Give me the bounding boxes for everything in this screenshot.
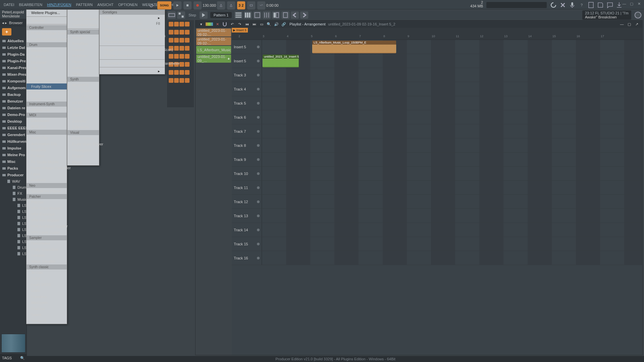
menu-item[interactable]: Fruity Keyboard Controller <box>26 36 67 42</box>
menu-item[interactable]: Wave Traveller <box>26 258 67 264</box>
menu-item[interactable]: FL Keys <box>26 153 67 159</box>
track-lane[interactable] <box>262 167 642 180</box>
tree-item[interactable]: Misc <box>0 158 26 165</box>
step-mode-icon[interactable] <box>177 11 185 19</box>
menu-item[interactable]: Zebralette <box>67 124 99 130</box>
pl-zoom-icon[interactable]: 🔍 <box>266 21 272 27</box>
menu-item[interactable]: Harmless <box>26 294 67 300</box>
menu-item[interactable]: Plucked! <box>67 65 99 71</box>
redo-toolbar-icon[interactable] <box>300 11 308 19</box>
pl-speaker-icon[interactable]: 🔊 <box>273 21 279 27</box>
track-lane[interactable]: untitled_2023_16_Insert 5_2 <box>262 54 642 68</box>
menu-item[interactable]: Plugin Picker anzeigenF8 <box>100 21 165 27</box>
track-lane[interactable] <box>262 68 642 82</box>
menu-item[interactable]: FL Studio Mobile <box>26 159 67 165</box>
tree-item[interactable]: Desktop <box>0 118 26 125</box>
clip-picker-item[interactable]: untitled_2023-01-09 02-... <box>196 37 231 45</box>
menu-item[interactable]: DirectWave <box>26 240 67 246</box>
wave-icon[interactable] <box>257 1 265 9</box>
menu-item[interactable]: PoiZone <box>26 306 67 312</box>
track-header[interactable]: Track 9 <box>232 153 262 166</box>
menu-bearbeiten[interactable]: BEARBEITEN <box>17 3 45 7</box>
track-row[interactable]: Track 12 <box>232 195 642 209</box>
playlist-icon[interactable] <box>234 11 243 19</box>
track-header[interactable]: Track 15 <box>232 237 262 251</box>
song-mode-button[interactable]: SONG <box>157 1 171 9</box>
mixer-icon[interactable] <box>263 11 271 19</box>
track-lane[interactable] <box>262 209 642 223</box>
menu-item[interactable]: Absynth 5 <box>67 82 99 88</box>
menu-item[interactable]: Audio Clip <box>26 135 67 141</box>
help-icon[interactable]: ? <box>578 1 585 9</box>
tree-item[interactable]: LS_ <box>0 245 26 251</box>
play-button[interactable] <box>173 1 181 9</box>
tree-item[interactable]: Meine Pro <box>0 152 26 158</box>
menu-item[interactable]: Ogun <box>26 89 67 96</box>
track-area[interactable]: ▶ Insert 5 234567891011121314151617 Inse… <box>232 28 642 355</box>
pl-redo-icon[interactable]: ↷ <box>236 21 243 27</box>
menu-item[interactable]: Fruity Voltage Controller <box>26 165 67 171</box>
tree-item[interactable]: LS_ <box>0 215 26 221</box>
tree-item[interactable]: Hüllkurven <box>0 138 26 145</box>
menu-item[interactable]: VFX Envelope <box>26 211 67 217</box>
tree-item[interactable]: WAV <box>0 178 26 184</box>
track-row[interactable]: Track 6 <box>232 110 642 124</box>
track-lane[interactable] <box>262 195 642 208</box>
track-row[interactable]: Track 7 <box>232 124 642 138</box>
menu-optionen[interactable]: OPTIONEN <box>116 3 140 7</box>
menu-item[interactable]: VFX Keyboard Splitter <box>26 223 67 229</box>
track-row[interactable]: Track 15 <box>232 237 642 251</box>
tree-item[interactable]: Plugin-Da <box>0 51 26 58</box>
menu-item[interactable]: Fruity DX10 <box>26 282 67 288</box>
snap-icon[interactable] <box>247 1 255 9</box>
time-display[interactable]: 0:00:00 <box>266 3 279 7</box>
track-header[interactable]: Track 14 <box>232 223 262 237</box>
menu-item[interactable]: Patcher <box>26 199 67 205</box>
step-fwd-icon[interactable] <box>200 11 208 19</box>
track-header[interactable]: Track 12 <box>232 195 262 208</box>
track-header[interactable]: Insert 5 <box>232 54 262 68</box>
menu-item[interactable]: Drumpad <box>26 59 67 65</box>
menu-item[interactable]: Drumaxx <box>26 53 67 59</box>
menu-item[interactable]: MiniSynth <box>26 300 67 306</box>
menu-item[interactable]: Plugin-Datenbank durchsuchen <box>100 27 165 33</box>
tree-item[interactable]: Producer <box>0 172 26 178</box>
menu-item[interactable]: Synth1 VSTi <box>67 106 99 112</box>
menu-item[interactable]: Einfach <box>67 153 99 159</box>
pl-minimize-icon[interactable]: — <box>619 21 625 27</box>
undo-toolbar-icon[interactable] <box>291 11 299 19</box>
menu-item[interactable]: Sawer <box>26 312 67 318</box>
chat-icon[interactable] <box>606 1 613 9</box>
track-lane[interactable] <box>262 138 642 152</box>
track-row[interactable]: Track 10 <box>232 167 642 181</box>
tree-item[interactable]: Mixer-Pres <box>0 71 26 78</box>
pl-skip-fwd-icon[interactable]: ⏭ <box>251 21 257 27</box>
track-header[interactable]: Track 3 <box>232 68 262 82</box>
track-row[interactable]: Insert 5untitled_2023_16_Insert 5_2 <box>232 54 642 68</box>
track-row[interactable]: Track 4 <box>232 82 642 96</box>
stop-button[interactable] <box>183 1 192 9</box>
pl-skip-back-icon[interactable]: ⏮ <box>244 21 250 27</box>
menu-item[interactable]: Pattern <box>100 68 165 74</box>
tree-item[interactable]: Kompositi <box>0 78 26 84</box>
audio-clip[interactable]: untitled_2023_16_Insert 5_2 <box>263 55 299 67</box>
menu-item[interactable]: • Kategorien <box>67 147 99 153</box>
track-header[interactable]: Track 16 <box>232 251 262 265</box>
track-header[interactable]: Track 10 <box>232 167 262 180</box>
track-lane[interactable] <box>262 223 642 237</box>
piano-roll-icon[interactable] <box>244 11 252 19</box>
menu-item[interactable]: BooBass <box>26 147 67 153</box>
tree-item[interactable]: LS_ <box>0 251 26 257</box>
menu-item[interactable]: VFX Key Mapper <box>26 217 67 223</box>
track-header[interactable]: Track 13 <box>232 209 262 223</box>
menu-item[interactable]: reFX Nexus <box>67 100 99 106</box>
clipboard-icon[interactable] <box>281 11 289 19</box>
track-lane[interactable] <box>262 153 642 166</box>
menu-item[interactable]: Ogun <box>67 59 99 65</box>
pattern-selector[interactable]: Pattern 1 <box>210 12 232 18</box>
menu-item[interactable]: Fruity Video Player <box>67 141 99 147</box>
tree-item[interactable]: LS_ <box>0 233 26 239</box>
track-row[interactable]: Track 5 <box>232 96 642 110</box>
menu-item[interactable]: GMS <box>26 288 67 294</box>
add-menu-column2[interactable]: SytrusToxic BiohazardTransistor BassSynt… <box>67 9 99 166</box>
